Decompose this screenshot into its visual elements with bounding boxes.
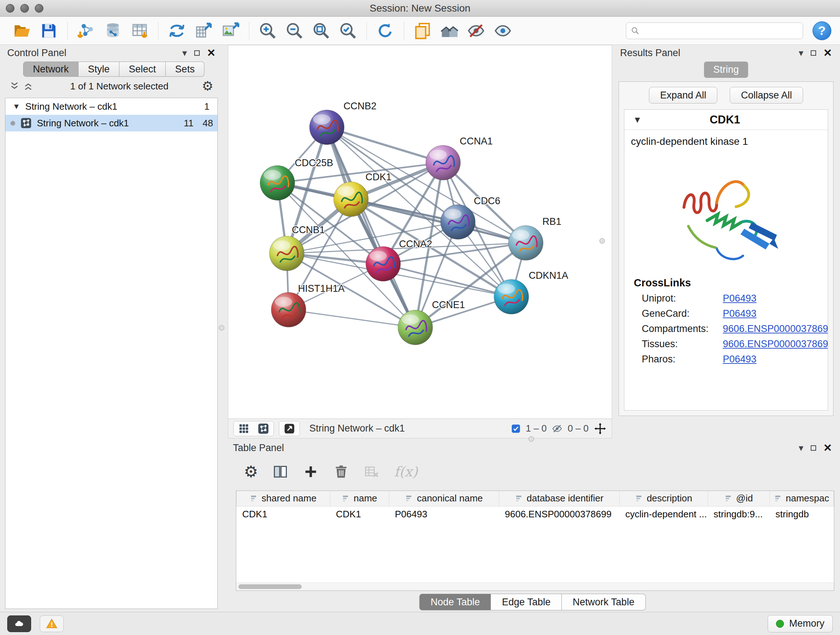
network-edge[interactable] bbox=[327, 127, 443, 163]
tab-network-table[interactable]: Network Table bbox=[562, 594, 646, 610]
tab-node-table[interactable]: Node Table bbox=[419, 594, 491, 610]
table-cell[interactable]: P06493 bbox=[389, 506, 499, 522]
delete-column-button[interactable] bbox=[333, 464, 349, 480]
search-input[interactable] bbox=[644, 25, 798, 36]
network-edge[interactable] bbox=[327, 127, 415, 328]
save-session-button[interactable] bbox=[37, 19, 60, 42]
first-neighbors-button[interactable] bbox=[438, 19, 461, 42]
cloud-button[interactable] bbox=[7, 616, 31, 632]
tab-network[interactable]: Network bbox=[23, 62, 79, 77]
column-header-description[interactable]: description bbox=[620, 491, 708, 506]
import-network-database-button[interactable] bbox=[101, 19, 125, 42]
export-image-button[interactable] bbox=[219, 19, 242, 42]
crosslink-value-link[interactable]: 9606.ENSP00000378699 bbox=[723, 339, 828, 350]
crosslink-value-link[interactable]: P06493 bbox=[723, 354, 756, 365]
gene-section-header[interactable]: ▼ CDK1 bbox=[624, 110, 828, 130]
memory-button[interactable]: Memory bbox=[767, 615, 833, 632]
column-header-namespac[interactable]: namespac bbox=[770, 491, 834, 506]
import-table-file-button[interactable] bbox=[128, 19, 151, 42]
crosslink-value-link[interactable]: 9606.ENSP00000378699 bbox=[723, 323, 828, 334]
string-network-icon[interactable] bbox=[257, 423, 269, 434]
export-view-icon[interactable] bbox=[284, 423, 295, 434]
panel-menu-icon[interactable]: ▾ bbox=[799, 48, 804, 59]
splitter-handle[interactable] bbox=[600, 238, 605, 244]
table-row[interactable]: CDK1CDK1P064939606.ENSP00000378699cyclin… bbox=[237, 506, 834, 522]
panel-float-icon[interactable] bbox=[811, 445, 816, 451]
table-cell[interactable]: stringdb bbox=[770, 506, 834, 522]
clone-network-button[interactable] bbox=[411, 19, 434, 42]
expand-all-button[interactable]: Expand All bbox=[649, 87, 718, 103]
column-header-database-identifier[interactable]: database identifier bbox=[499, 491, 620, 506]
import-network-file-button[interactable] bbox=[74, 19, 98, 42]
network-options-gear-icon[interactable]: ⚙ bbox=[202, 79, 213, 94]
network-node-CCNA2[interactable] bbox=[366, 247, 401, 281]
zoom-out-button[interactable] bbox=[283, 19, 306, 42]
panel-float-icon[interactable] bbox=[811, 50, 816, 56]
panel-menu-icon[interactable]: ▾ bbox=[182, 48, 187, 59]
network-canvas[interactable]: CCNB2CCNA1CDC25BCDK1CDC6RB1CCNB1CCNA2CDK… bbox=[228, 45, 612, 418]
table-cell[interactable]: stringdb:9... bbox=[708, 506, 770, 522]
export-network-button[interactable] bbox=[192, 19, 215, 42]
panel-close-icon[interactable]: ✕ bbox=[823, 442, 832, 454]
refresh-view-button[interactable] bbox=[374, 19, 397, 42]
network-edge[interactable] bbox=[289, 310, 415, 328]
column-header-shared-name[interactable]: shared name bbox=[237, 491, 330, 506]
selected-checkbox-icon[interactable] bbox=[511, 424, 521, 433]
zoom-selected-button[interactable] bbox=[336, 19, 360, 42]
network-node-CCNB2[interactable] bbox=[309, 110, 344, 145]
table-cell[interactable]: cyclin-dependent ... bbox=[620, 506, 708, 522]
collapse-all-icon[interactable] bbox=[9, 81, 19, 91]
splitter-handle[interactable] bbox=[219, 325, 224, 331]
tab-style[interactable]: Style bbox=[79, 62, 119, 77]
network-node-CCNA1[interactable] bbox=[426, 145, 461, 180]
crosslink-value-link[interactable]: P06493 bbox=[723, 308, 756, 319]
column-header-canonical-name[interactable]: canonical name bbox=[389, 491, 499, 506]
network-node-CDKN1A[interactable] bbox=[494, 279, 529, 314]
zoom-window-button[interactable] bbox=[35, 4, 43, 13]
network-node-CDK1[interactable] bbox=[333, 182, 368, 217]
column-header-name[interactable]: name bbox=[330, 491, 389, 506]
table-cell[interactable]: 9606.ENSP00000378699 bbox=[499, 506, 620, 522]
crosslink-value-link[interactable]: P06493 bbox=[723, 293, 756, 304]
collapse-all-button[interactable]: Collapse All bbox=[729, 87, 803, 103]
panel-close-icon[interactable]: ✕ bbox=[207, 47, 216, 59]
panel-float-icon[interactable] bbox=[194, 50, 200, 56]
show-columns-button[interactable] bbox=[272, 464, 288, 480]
network-tree-row[interactable]: String Network – cdk11148 bbox=[5, 115, 218, 131]
warning-button[interactable] bbox=[40, 616, 64, 632]
tab-sets[interactable]: Sets bbox=[166, 62, 204, 77]
network-node-CCNB1[interactable] bbox=[270, 236, 304, 271]
network-node-CDC6[interactable] bbox=[441, 204, 475, 239]
column-header--id[interactable]: @id bbox=[708, 491, 770, 506]
network-tree-row[interactable]: ▼String Network – cdk11 bbox=[5, 98, 218, 115]
disclosure-triangle-icon[interactable]: ▼ bbox=[633, 115, 642, 125]
network-node-CCNE1[interactable] bbox=[398, 310, 433, 345]
tab-select[interactable]: Select bbox=[119, 62, 166, 77]
hidden-eye-icon[interactable] bbox=[552, 423, 562, 434]
close-window-button[interactable] bbox=[6, 4, 14, 13]
table-cell[interactable]: CDK1 bbox=[237, 506, 330, 522]
table-settings-button[interactable]: ⚙ bbox=[244, 464, 258, 480]
panel-menu-icon[interactable]: ▾ bbox=[799, 442, 804, 454]
panel-close-icon[interactable]: ✕ bbox=[823, 47, 832, 59]
splitter-handle[interactable] bbox=[529, 436, 534, 442]
network-node-RB1[interactable] bbox=[508, 226, 543, 260]
merge-networks-button[interactable] bbox=[165, 19, 188, 42]
tab-string[interactable]: String bbox=[704, 62, 748, 78]
show-all-button[interactable] bbox=[491, 19, 515, 42]
disclosure-triangle-icon[interactable]: ▼ bbox=[13, 102, 20, 111]
expand-all-icon[interactable] bbox=[23, 81, 33, 91]
network-node-HIST1H1A[interactable] bbox=[271, 293, 306, 327]
minimize-window-button[interactable] bbox=[20, 4, 29, 13]
tab-edge-table[interactable]: Edge Table bbox=[491, 594, 562, 610]
hide-selected-button[interactable] bbox=[464, 19, 488, 42]
table-cell[interactable]: CDK1 bbox=[330, 506, 389, 522]
horizontal-scrollbar[interactable] bbox=[238, 584, 302, 589]
zoom-fit-button[interactable] bbox=[309, 19, 333, 42]
zoom-in-button[interactable] bbox=[256, 19, 279, 42]
birdseye-grid-icon[interactable] bbox=[238, 423, 249, 434]
move-crosshair-icon[interactable] bbox=[594, 422, 607, 435]
open-session-button[interactable] bbox=[11, 19, 34, 42]
help-button[interactable]: ? bbox=[813, 21, 831, 40]
add-column-button[interactable] bbox=[303, 464, 319, 480]
